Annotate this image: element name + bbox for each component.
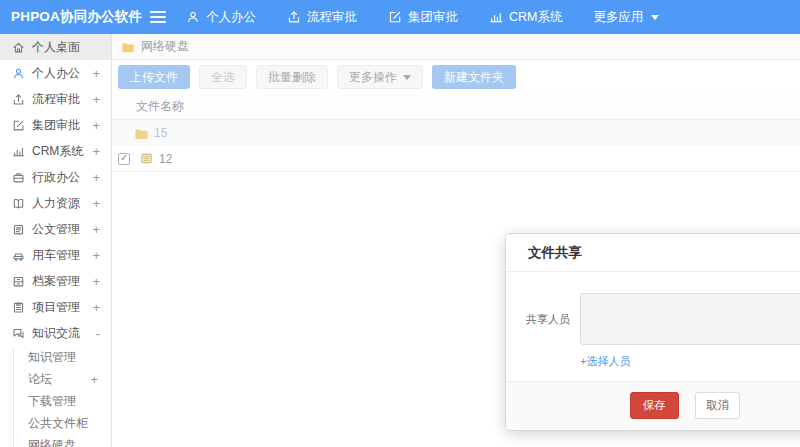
expand-mark[interactable]: + xyxy=(92,170,100,185)
share-members-box[interactable] xyxy=(580,293,800,345)
chat-icon xyxy=(12,327,25,340)
expand-mark[interactable]: + xyxy=(92,222,100,237)
folder-icon xyxy=(134,126,149,141)
sidebar-item-label: 项目管理 xyxy=(32,299,80,316)
file-name[interactable]: 12 xyxy=(159,152,172,166)
sidebar-subitem-forum[interactable]: 论坛 + xyxy=(0,368,111,390)
sidebar-item-document-management[interactable]: 公文管理 + xyxy=(0,216,111,242)
sidebar-item-archive-management[interactable]: 档案管理 + xyxy=(0,268,111,294)
sidebar-item-knowledge-exchange[interactable]: 知识交流 - xyxy=(0,320,111,346)
sidebar-item-group-approval[interactable]: 集团审批 + xyxy=(0,112,111,138)
phpoa-app-window: PHPOA协同办公软件 个人办公 流程审批 集团审批 CRM系统 更多应用 xyxy=(0,0,800,447)
workflow-icon xyxy=(287,10,301,24)
sidebar-subitem-public-file-cabinet[interactable]: 公共文件柜 xyxy=(0,412,111,434)
sidebar-subitem-network-drive[interactable]: 网络硬盘 xyxy=(0,434,111,447)
breadcrumb: 网络硬盘 xyxy=(112,34,800,60)
modal-body: 共享人员 +选择人员 xyxy=(506,272,800,381)
nav-label: 个人办公 xyxy=(206,9,256,26)
expand-mark[interactable]: + xyxy=(90,372,98,387)
sidebar-item-vehicle-management[interactable]: 用车管理 + xyxy=(0,242,111,268)
nav-label: 更多应用 xyxy=(593,9,643,26)
top-header: PHPOA协同办公软件 个人办公 流程审批 集团审批 CRM系统 更多应用 xyxy=(0,0,800,34)
sidebar-item-workflow-approval[interactable]: 流程审批 + xyxy=(0,86,111,112)
sidebar-item-personal-desktop[interactable]: 个人桌面 xyxy=(0,34,111,60)
sidebar-item-personal-office[interactable]: 个人办公 + xyxy=(0,60,111,86)
more-actions-button[interactable]: 更多操作 xyxy=(337,65,423,89)
sidebar-item-label: CRM系统 xyxy=(32,143,83,160)
file-cabinet-icon xyxy=(139,151,154,166)
modal-title: 文件共享 xyxy=(506,234,800,272)
archive-icon xyxy=(12,275,25,288)
app-logo: PHPOA协同办公软件 xyxy=(0,8,146,26)
expand-mark[interactable]: + xyxy=(92,300,100,315)
sidebar-item-label: 集团审批 xyxy=(32,117,80,134)
sidebar: 个人桌面 个人办公 + 流程审批 + 集团审批 + CRM系统 + xyxy=(0,34,112,447)
project-icon xyxy=(12,301,25,314)
menu-toggle-icon[interactable] xyxy=(150,8,166,26)
sidebar-subitem-label: 公共文件柜 xyxy=(28,415,88,432)
expand-mark[interactable]: + xyxy=(92,196,100,211)
sidebar-subitem-label: 下载管理 xyxy=(28,393,76,410)
sidebar-item-admin-office[interactable]: 行政办公 + xyxy=(0,164,111,190)
sidebar-item-label: 行政办公 xyxy=(32,169,80,186)
caret-down-icon xyxy=(403,75,411,80)
select-members-link[interactable]: +选择人员 xyxy=(580,354,630,369)
cancel-button[interactable]: 取消 xyxy=(695,392,740,419)
sidebar-item-human-resources[interactable]: 人力资源 + xyxy=(0,190,111,216)
nav-group-approval[interactable]: 集团审批 xyxy=(388,9,458,26)
expand-mark[interactable]: + xyxy=(92,92,100,107)
modal-footer: 保存 取消 xyxy=(506,381,800,430)
chart-icon xyxy=(12,145,25,158)
sidebar-item-label: 个人办公 xyxy=(32,65,80,82)
nav-more-apps[interactable]: 更多应用 xyxy=(593,9,659,26)
sidebar-subitem-label: 论坛 xyxy=(28,371,52,388)
file-share-modal: 文件共享 共享人员 +选择人员 保存 取消 xyxy=(505,233,800,431)
batch-delete-button[interactable]: 批量删除 xyxy=(256,65,328,89)
sidebar-subitem-label: 网络硬盘 xyxy=(28,437,76,447)
document-icon xyxy=(12,223,25,236)
new-folder-button[interactable]: 新建文件夹 xyxy=(432,65,516,89)
chart-icon xyxy=(489,10,503,24)
file-row-file-12[interactable]: 12 xyxy=(112,146,800,172)
knowledge-exchange-submenu: 知识管理 论坛 + 下载管理 公共文件柜 网络硬盘 xyxy=(0,346,111,447)
sidebar-item-label: 档案管理 xyxy=(32,273,80,290)
sidebar-subitem-download-management[interactable]: 下载管理 xyxy=(0,390,111,412)
nav-label: 集团审批 xyxy=(408,9,458,26)
sidebar-item-crm-system[interactable]: CRM系统 + xyxy=(0,138,111,164)
nav-label: 流程审批 xyxy=(307,9,357,26)
car-icon xyxy=(12,249,25,262)
file-name[interactable]: 15 xyxy=(154,126,167,140)
file-table-header: 文件名称 xyxy=(112,94,800,120)
file-toolbar: 上传文件 全选 批量删除 更多操作 新建文件夹 xyxy=(112,60,800,94)
sidebar-item-label: 流程审批 xyxy=(32,91,80,108)
share-members-label: 共享人员 xyxy=(526,312,570,327)
select-all-button[interactable]: 全选 xyxy=(199,65,247,89)
save-button[interactable]: 保存 xyxy=(630,392,679,419)
file-row-folder-15[interactable]: 15 xyxy=(112,120,800,146)
expand-mark[interactable]: + xyxy=(92,144,100,159)
book-icon xyxy=(12,197,25,210)
home-icon xyxy=(12,41,25,54)
top-nav: 个人办公 流程审批 集团审批 CRM系统 更多应用 xyxy=(186,9,690,26)
expand-mark[interactable]: + xyxy=(92,118,100,133)
nav-workflow-approval[interactable]: 流程审批 xyxy=(287,9,357,26)
expand-mark[interactable]: + xyxy=(92,66,100,81)
expand-mark[interactable]: - xyxy=(96,326,100,341)
sidebar-item-label: 知识交流 xyxy=(32,325,80,342)
upload-file-button[interactable]: 上传文件 xyxy=(118,65,190,89)
sidebar-subitem-knowledge-management[interactable]: 知识管理 xyxy=(0,346,111,368)
expand-mark[interactable]: + xyxy=(92,274,100,289)
row-checkbox[interactable] xyxy=(118,153,130,165)
breadcrumb-label: 网络硬盘 xyxy=(141,38,189,55)
sidebar-item-project-management[interactable]: 项目管理 + xyxy=(0,294,111,320)
nav-label: CRM系统 xyxy=(509,9,562,26)
nav-crm-system[interactable]: CRM系统 xyxy=(489,9,562,26)
edit-icon xyxy=(388,10,402,24)
briefcase-icon xyxy=(12,171,25,184)
folder-icon xyxy=(121,40,135,54)
edit-icon xyxy=(12,119,25,132)
expand-mark[interactable]: + xyxy=(92,248,100,263)
nav-personal-office[interactable]: 个人办公 xyxy=(186,9,256,26)
share-members-field: 共享人员 xyxy=(526,293,800,345)
sidebar-subitem-label: 知识管理 xyxy=(28,349,76,366)
